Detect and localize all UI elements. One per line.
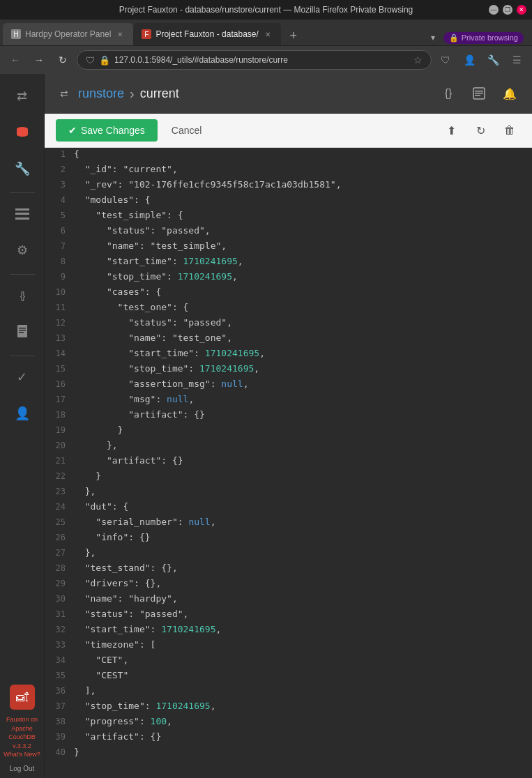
tab-hardpy-favicon: H	[11, 29, 21, 39]
window-controls[interactable]: — ❐ ✕	[489, 5, 526, 15]
code-line: 11 "test_one": {	[45, 301, 532, 316]
code-line: 24 "dut": {	[45, 501, 532, 516]
docs-icon[interactable]	[468, 82, 490, 105]
menu-icon[interactable]: ☰	[507, 50, 526, 70]
sidebar-bottom: 🛋 Fauxton on Apache CouchDB v.3.3.2 What…	[0, 685, 44, 778]
minimize-button[interactable]: —	[489, 5, 499, 15]
code-line: 35 "CEST"	[45, 669, 532, 685]
line-content: "status": "passed",	[74, 609, 532, 619]
code-line: 14 "start_time": 1710241695,	[45, 347, 532, 363]
line-number: 11	[45, 303, 74, 312]
breadcrumb-separator: ›	[130, 86, 135, 102]
line-number: 25	[45, 517, 74, 527]
restore-button[interactable]: ❐	[503, 5, 512, 15]
close-button[interactable]: ✕	[517, 5, 526, 15]
tab-bar: H Hardpy Operator Panel ✕ F Project Faux…	[0, 20, 532, 46]
line-number: 27	[45, 548, 74, 558]
line-number: 7	[45, 241, 74, 251]
sidebar-item-gear[interactable]: ⚙	[6, 234, 39, 267]
svg-rect-1	[15, 208, 29, 211]
delete-icon[interactable]: 🗑	[499, 119, 521, 142]
line-number: 22	[45, 471, 74, 481]
extensions-icon[interactable]: 🔧	[483, 50, 503, 70]
line-content: "test_stand": {},	[74, 563, 532, 573]
tab-fauxton[interactable]: F Project Fauxton - database/ ✕	[133, 23, 280, 45]
tab-hardpy[interactable]: H Hardpy Operator Panel ✕	[3, 23, 133, 45]
line-content: "modules": {	[74, 194, 532, 205]
shield-icon: 🛡	[86, 55, 95, 66]
reload-button[interactable]: ↻	[53, 50, 73, 70]
toolbar-right-actions: ⬆ ↻ 🗑	[440, 119, 521, 142]
code-line: 13 "name": "test_one",	[45, 332, 532, 347]
line-content: },	[74, 547, 532, 558]
toolbar: ✔ Save Changes Cancel ⬆ ↻ 🗑	[45, 114, 532, 148]
svg-rect-3	[15, 218, 29, 220]
tab-hardpy-close[interactable]: ✕	[115, 29, 125, 39]
private-icon: 🔒	[449, 33, 459, 43]
address-input[interactable]: 🛡 🔒 127.0.0.1:5984/_utils/#database/runs…	[77, 50, 432, 70]
code-editor[interactable]: 1{2 "_id": "current",3 "_rev": "102-176f…	[45, 148, 532, 778]
line-number: 1	[45, 149, 74, 159]
code-line: 31 "status": "passed",	[45, 608, 532, 623]
save-changes-button[interactable]: ✔ Save Changes	[56, 119, 158, 142]
line-number: 13	[45, 333, 74, 343]
sidebar-item-code[interactable]: {}	[6, 279, 39, 312]
line-number: 33	[45, 640, 74, 650]
line-number: 5	[45, 211, 74, 220]
line-content: "start_time": 1710241695,	[74, 624, 532, 634]
code-line: 16 "assertion_msg": null,	[45, 378, 532, 393]
svg-rect-5	[19, 328, 26, 329]
svg-rect-6	[19, 330, 26, 331]
sidebar-toggle-icon[interactable]: ⇄	[56, 85, 73, 102]
sidebar-item-user[interactable]: 👤	[6, 397, 39, 430]
tab-list-button[interactable]: ▾	[428, 30, 438, 45]
line-content: "_id": "current",	[74, 164, 532, 174]
line-content: "msg": null,	[74, 394, 532, 404]
line-content: }	[74, 425, 532, 435]
code-line: 22 }	[45, 470, 532, 485]
line-number: 19	[45, 425, 74, 435]
cancel-button[interactable]: Cancel	[163, 119, 211, 142]
tab-fauxton-close[interactable]: ✕	[263, 29, 273, 39]
back-button[interactable]: ←	[6, 50, 25, 70]
svg-rect-2	[15, 213, 29, 215]
breadcrumb-parent[interactable]: runstore	[78, 86, 124, 101]
line-number: 2	[45, 165, 74, 174]
line-number: 9	[45, 272, 74, 282]
new-tab-button[interactable]: +	[284, 26, 303, 45]
forward-button[interactable]: →	[29, 50, 49, 70]
code-line: 7 "name": "test_simple",	[45, 240, 532, 255]
sidebar-fauxton-logo[interactable]: 🛋	[10, 685, 35, 710]
svg-rect-7	[19, 332, 24, 333]
notification-icon[interactable]: 🔔	[499, 82, 521, 105]
logout-button[interactable]: Log Out	[10, 765, 35, 772]
sidebar-item-list[interactable]	[6, 197, 39, 231]
line-content: "name": "hardpy",	[74, 593, 532, 604]
line-number: 38	[45, 717, 74, 726]
refresh-icon[interactable]: ↻	[469, 119, 492, 142]
sidebar-item-check[interactable]: ✓	[6, 360, 39, 394]
sidebar-footer-info: Fauxton on Apache CouchDB v.3.3.2 What's…	[0, 715, 44, 759]
code-line: 15 "stop_time": 1710241695,	[45, 363, 532, 378]
bookmark-icon[interactable]: ☆	[413, 54, 423, 66]
code-line: 27 },	[45, 547, 532, 562]
sidebar-item-back-forward[interactable]: ⇄	[6, 79, 39, 113]
code-line: 17 "msg": null,	[45, 393, 532, 409]
account-icon[interactable]: 👤	[459, 50, 479, 70]
sidebar-item-book[interactable]	[6, 315, 39, 349]
shield-toolbar-icon[interactable]: 🛡	[436, 50, 455, 70]
line-number: 4	[45, 195, 74, 205]
code-line: 12 "status": "passed",	[45, 316, 532, 332]
line-content: },	[74, 486, 532, 496]
code-view-icon[interactable]: {}	[437, 82, 459, 105]
sidebar-item-settings[interactable]: 🔧	[6, 152, 39, 185]
line-content: "test_simple": {	[74, 210, 532, 220]
line-content: "assertion_msg": null,	[74, 379, 532, 389]
sidebar-item-databases[interactable]	[6, 116, 39, 149]
line-number: 29	[45, 579, 74, 588]
upload-icon[interactable]: ⬆	[440, 119, 462, 142]
sidebar-divider-2	[10, 274, 35, 275]
line-number: 35	[45, 671, 74, 680]
line-content: "status": "passed",	[74, 317, 532, 328]
code-line: 3 "_rev": "102-176ffe1cfc9345f58c17ac1a0…	[45, 178, 532, 194]
